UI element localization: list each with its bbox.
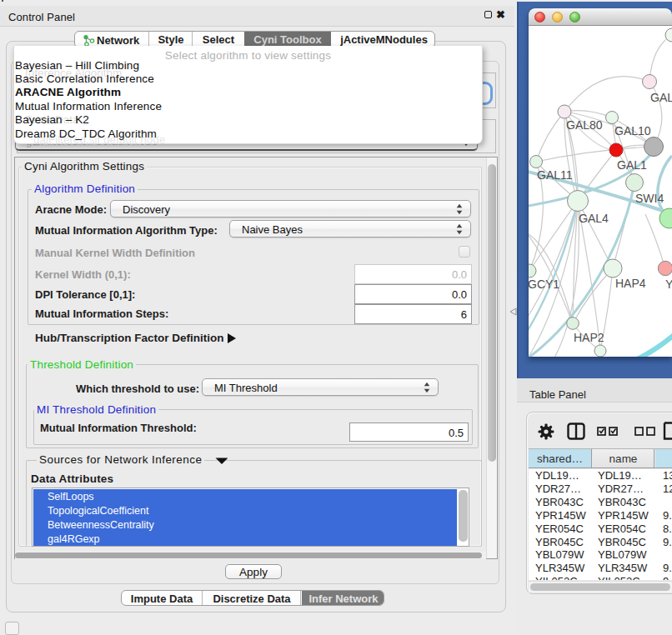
svg-text:GAL1: GAL1 [617,158,647,172]
svg-text:GAL10: GAL10 [614,124,651,138]
svg-text:GAL80: GAL80 [566,118,603,132]
svg-text:GCY1: GCY1 [529,278,559,291]
svg-text:GAL11: GAL11 [537,168,573,182]
svg-text:HAP4: HAP4 [615,277,646,290]
svg-text:SWI4: SWI4 [635,192,664,205]
svg-text:GAL4: GAL4 [579,212,609,225]
svg-text:GAL: GAL [650,91,672,104]
svg-text:Y: Y [665,278,672,291]
svg-text:HAP2: HAP2 [574,331,604,344]
